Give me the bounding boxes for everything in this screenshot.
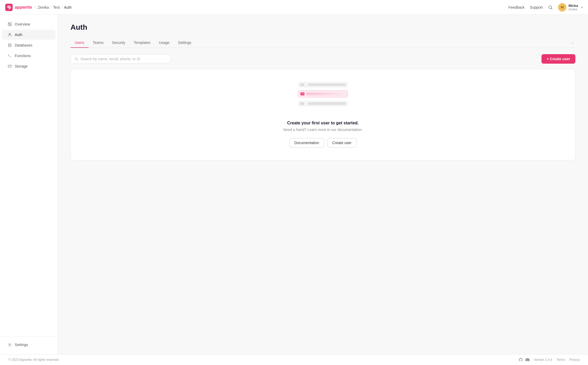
tabs-chevron-icon[interactable]: › [570, 38, 575, 48]
sidebar-bottom: Settings [0, 336, 58, 350]
sidebar-item-overview-label: Overview [15, 22, 30, 26]
tab-templates[interactable]: Templates [129, 38, 155, 48]
logo-icon [5, 4, 13, 11]
main-area: Overview Auth Databases Functions [0, 15, 588, 354]
user-menu[interactable]: M Micka Zenika ▾ [558, 3, 583, 12]
user-sub-name: Zenika [569, 8, 578, 11]
create-user-empty-button[interactable]: Create user [327, 138, 357, 148]
svg-rect-9 [8, 65, 11, 67]
tab-usage[interactable]: Usage [155, 38, 174, 48]
breadcrumb-item-zenika[interactable]: Zenika [38, 5, 49, 9]
breadcrumb-current: Auth [64, 5, 72, 9]
sidebar-item-settings-label: Settings [15, 343, 28, 347]
tab-teams[interactable]: Teams [89, 38, 108, 48]
svg-rect-5 [10, 23, 11, 24]
chevron-down-icon: ▾ [581, 6, 583, 9]
sidebar-item-auth[interactable]: Auth [2, 30, 55, 40]
sidebar: Overview Auth Databases Functions [0, 15, 58, 354]
sidebar-item-databases[interactable]: Databases [2, 40, 55, 50]
search-icon [548, 5, 553, 10]
footer-terms[interactable]: Terms [556, 358, 565, 362]
svg-rect-3 [8, 23, 9, 23]
user-display-name: Micka [569, 4, 578, 8]
search-container [70, 54, 170, 63]
footer-social-icons [519, 358, 530, 362]
breadcrumb-sep-0: / [35, 5, 36, 9]
global-search-button[interactable] [548, 5, 553, 10]
storage-icon [7, 64, 12, 69]
tab-users[interactable]: Users [70, 38, 89, 48]
footer-copyright: © 2023 Appwrite. All rights reserved. [8, 358, 59, 362]
tab-settings[interactable]: Settings [174, 38, 196, 48]
svg-point-8 [8, 44, 11, 45]
discord-icon[interactable] [525, 358, 530, 362]
feedback-link[interactable]: Feedback [508, 5, 524, 9]
tab-security[interactable]: Security [108, 38, 130, 48]
breadcrumb-sep-1: / [50, 5, 52, 9]
sidebar-item-functions-label: Functions [15, 54, 31, 58]
footer-right: Version 1.4.4 Terms Privacy [519, 358, 580, 362]
empty-subtitle: Need a hand? Learn more in our documenta… [283, 128, 363, 132]
page-title: Auth [70, 23, 575, 32]
footer-privacy[interactable]: Privacy [569, 358, 580, 362]
settings-icon [7, 342, 12, 347]
svg-point-10 [9, 344, 10, 345]
empty-state-card: Create your first user to get started. N… [70, 69, 575, 160]
support-link[interactable]: Support [530, 5, 543, 9]
sidebar-item-storage-label: Storage [15, 64, 28, 68]
empty-illustration [294, 82, 352, 113]
top-bar-right: Feedback Support M Micka Zenika ▾ [508, 3, 583, 12]
breadcrumb: / Zenika / Test / Auth [35, 5, 72, 9]
logo[interactable]: appwrite [5, 4, 32, 11]
toolbar-row: + Create user [70, 54, 575, 64]
tabs: Users Teams Security Templates Usage Set… [70, 38, 575, 48]
search-field-icon [74, 57, 78, 61]
search-input[interactable] [80, 57, 166, 61]
breadcrumb-item-test[interactable]: Test [53, 5, 60, 9]
svg-rect-6 [10, 25, 11, 26]
sidebar-item-auth-label: Auth [15, 33, 22, 37]
breadcrumb-sep-2: / [61, 5, 62, 9]
svg-rect-4 [8, 24, 9, 26]
svg-point-1 [8, 7, 10, 8]
sidebar-item-functions[interactable]: Functions [2, 51, 55, 61]
overview-icon [7, 22, 12, 27]
empty-actions: Documentation Create user [289, 138, 356, 148]
sidebar-item-overview[interactable]: Overview [2, 19, 55, 29]
footer: © 2023 Appwrite. All rights reserved. Ve… [0, 354, 588, 365]
svg-point-7 [9, 33, 10, 35]
avatar: M [558, 3, 566, 12]
functions-icon [7, 53, 12, 58]
logo-text: appwrite [15, 5, 32, 10]
sidebar-item-storage[interactable]: Storage [2, 61, 55, 71]
databases-icon [7, 43, 12, 48]
auth-icon [7, 32, 12, 37]
create-user-button[interactable]: + Create user [541, 54, 575, 64]
top-bar: appwrite / Zenika / Test / Auth Feedback… [0, 0, 588, 15]
footer-version: Version 1.4.4 [534, 358, 552, 362]
empty-title: Create your first user to get started. [287, 121, 359, 125]
documentation-button[interactable]: Documentation [289, 138, 324, 148]
github-icon[interactable] [519, 358, 523, 362]
user-name-block: Micka Zenika [569, 4, 578, 11]
sidebar-item-settings[interactable]: Settings [2, 340, 55, 350]
sidebar-item-databases-label: Databases [15, 43, 32, 47]
main-content: Auth Users Teams Security Templates Usag… [58, 15, 588, 354]
